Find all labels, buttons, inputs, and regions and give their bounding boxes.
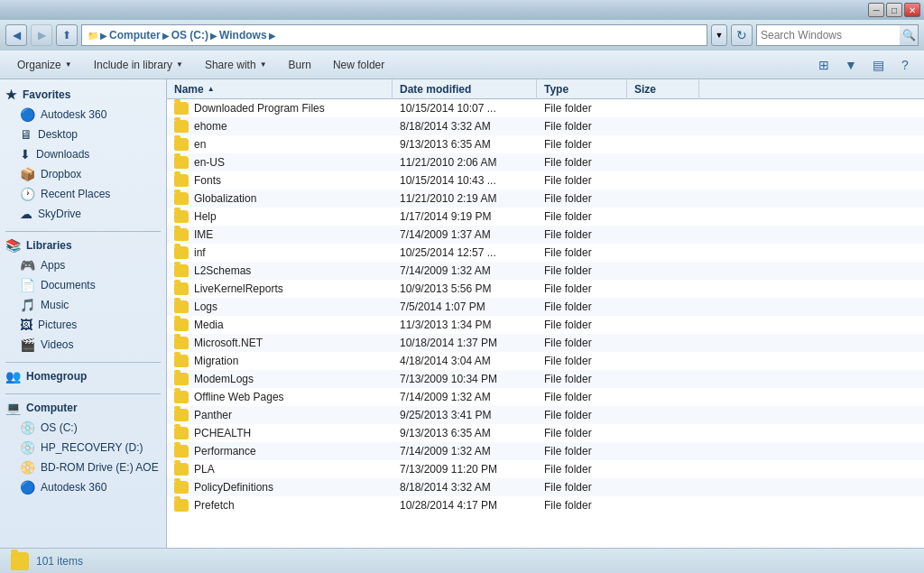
favorites-header[interactable]: ★ Favorites: [0, 85, 166, 105]
file-date-cell: 9/25/2013 3:41 PM: [393, 406, 537, 424]
sidebar-item-recent[interactable]: 🕐 Recent Places: [0, 184, 166, 204]
computer-icon: 💻: [5, 401, 21, 415]
table-row[interactable]: PCHEALTH 9/13/2013 6:35 AM File folder: [167, 424, 924, 442]
col-name-header[interactable]: Name ▲: [167, 79, 393, 99]
recent-label: Recent Places: [41, 188, 110, 200]
minimize-button[interactable]: ─: [868, 3, 884, 17]
table-row[interactable]: Logs 7/5/2014 1:07 PM File folder: [167, 298, 924, 316]
table-row[interactable]: Downloaded Program Files 10/15/2014 10:0…: [167, 99, 924, 117]
col-type-header[interactable]: Type: [537, 79, 627, 99]
share-with-button[interactable]: Share with ▼: [195, 53, 277, 77]
documents-label: Documents: [41, 279, 96, 291]
views-dropdown[interactable]: ▼: [839, 53, 863, 77]
favorites-label: Favorites: [23, 88, 70, 101]
burn-label: Burn: [289, 59, 311, 71]
table-row[interactable]: Offline Web Pages 7/14/2009 1:32 AM File…: [167, 388, 924, 406]
file-type-cell: File folder: [537, 478, 627, 496]
sidebar-item-downloads[interactable]: ⬇ Downloads: [0, 144, 166, 164]
file-size-cell: [627, 460, 699, 478]
share-arrow: ▼: [260, 60, 267, 69]
table-row[interactable]: LiveKernelReports 10/9/2013 5:56 PM File…: [167, 280, 924, 298]
sidebar-item-autodesk[interactable]: 🔵 Autodesk 360: [0, 105, 166, 125]
folder-icon: [174, 102, 189, 115]
up-button[interactable]: ⬆: [56, 24, 78, 46]
file-date-cell: 8/18/2014 3:32 AM: [393, 478, 537, 496]
sidebar-item-pictures[interactable]: 🖼 Pictures: [0, 315, 166, 335]
folder-icon: [174, 246, 189, 259]
file-name: IME: [194, 228, 213, 241]
file-type-cell: File folder: [537, 316, 627, 334]
table-row[interactable]: inf 10/25/2014 12:57 ... File folder: [167, 244, 924, 262]
search-input[interactable]: [757, 29, 900, 42]
table-row[interactable]: Migration 4/18/2014 3:04 AM File folder: [167, 352, 924, 370]
file-date-cell: 10/25/2014 12:57 ...: [393, 244, 537, 262]
sidebar-item-desktop[interactable]: 🖥 Desktop: [0, 125, 166, 144]
homegroup-header[interactable]: 👥 Homegroup: [0, 366, 166, 386]
osc-icon: 💿: [20, 421, 35, 435]
address-path[interactable]: 📁 ▶ Computer ▶ OS (C:) ▶ Windows ▶: [81, 24, 707, 46]
sidebar-item-apps[interactable]: 🎮 Apps: [0, 255, 166, 275]
sidebar-item-documents[interactable]: 📄 Documents: [0, 275, 166, 295]
maximize-button[interactable]: □: [886, 3, 902, 17]
close-button[interactable]: ✕: [904, 3, 920, 17]
file-size-cell: [627, 316, 699, 334]
table-row[interactable]: Performance 7/14/2009 1:32 AM File folde…: [167, 442, 924, 460]
file-name-cell: Media: [167, 316, 393, 334]
file-name: Migration: [194, 355, 238, 367]
sidebar-item-recovery[interactable]: 💿 HP_RECOVERY (D:): [0, 438, 166, 457]
col-size-header[interactable]: Size: [627, 79, 699, 99]
sidebar-item-videos[interactable]: 🎬 Videos: [0, 335, 166, 355]
path-folder[interactable]: Windows: [219, 29, 267, 42]
new-folder-button[interactable]: New folder: [323, 53, 394, 77]
forward-button[interactable]: ▶: [31, 24, 52, 46]
path-sep-4: ▶: [269, 31, 276, 41]
sidebar-item-dropbox[interactable]: 📦 Dropbox: [0, 164, 166, 184]
file-date-cell: 10/18/2014 1:37 PM: [393, 334, 537, 352]
file-name-cell: Fonts: [167, 171, 393, 189]
table-row[interactable]: Panther 9/25/2013 3:41 PM File folder: [167, 406, 924, 424]
table-row[interactable]: Globalization 11/21/2010 2:19 AM File fo…: [167, 189, 924, 208]
sidebar-item-autodesk2[interactable]: 🔵 Autodesk 360: [0, 477, 166, 497]
file-size-cell: [627, 189, 699, 208]
file-name: Microsoft.NET: [194, 337, 263, 349]
sidebar-item-osc[interactable]: 💿 OS (C:): [0, 418, 166, 438]
file-date-cell: 10/28/2014 4:17 PM: [393, 496, 537, 514]
table-row[interactable]: ehome 8/18/2014 3:32 AM File folder: [167, 117, 924, 135]
file-size-cell: [627, 171, 699, 189]
music-icon: 🎵: [20, 298, 35, 312]
path-computer[interactable]: Computer: [109, 29, 161, 42]
sidebar-item-music[interactable]: 🎵 Music: [0, 295, 166, 315]
views-button[interactable]: ⊞: [812, 53, 836, 77]
table-row[interactable]: Media 11/3/2013 1:34 PM File folder: [167, 316, 924, 334]
preview-button[interactable]: ▤: [866, 53, 890, 77]
table-row[interactable]: en 9/13/2013 6:35 AM File folder: [167, 135, 924, 153]
table-row[interactable]: L2Schemas 7/14/2009 1:32 AM File folder: [167, 262, 924, 280]
table-row[interactable]: en-US 11/21/2010 2:06 AM File folder: [167, 153, 924, 171]
include-library-button[interactable]: Include in library ▼: [84, 53, 193, 77]
autodesk-label: Autodesk 360: [41, 108, 106, 121]
col-date-header[interactable]: Date modified: [393, 79, 537, 99]
table-row[interactable]: Prefetch 10/28/2014 4:17 PM File folder: [167, 496, 924, 514]
sidebar-item-skydrive[interactable]: ☁ SkyDrive: [0, 204, 166, 224]
computer-header[interactable]: 💻 Computer: [0, 398, 166, 418]
table-row[interactable]: PolicyDefinitions 8/18/2014 3:32 AM File…: [167, 478, 924, 496]
homegroup-label: Homegroup: [26, 370, 87, 383]
table-row[interactable]: Fonts 10/15/2014 10:43 ... File folder: [167, 171, 924, 189]
address-dropdown[interactable]: ▼: [711, 24, 727, 46]
table-row[interactable]: Help 1/17/2014 9:19 PM File folder: [167, 208, 924, 226]
table-row[interactable]: PLA 7/13/2009 11:20 PM File folder: [167, 460, 924, 478]
path-drive[interactable]: OS (C:): [171, 29, 208, 42]
libraries-header[interactable]: 📚 Libraries: [0, 236, 166, 255]
search-icon[interactable]: 🔍: [900, 25, 918, 45]
folder-icon: [174, 445, 189, 457]
table-row[interactable]: ModemLogs 7/13/2009 10:34 PM File folder: [167, 370, 924, 388]
table-row[interactable]: Microsoft.NET 10/18/2014 1:37 PM File fo…: [167, 334, 924, 352]
refresh-button[interactable]: ↻: [731, 24, 753, 46]
burn-button[interactable]: Burn: [279, 53, 321, 77]
table-row[interactable]: IME 7/14/2009 1:37 AM File folder: [167, 226, 924, 244]
sidebar-item-bdrom[interactable]: 📀 BD-ROM Drive (E:) AOE: [0, 457, 166, 477]
file-name: Panther: [194, 409, 232, 421]
back-button[interactable]: ◀: [5, 24, 27, 46]
organize-button[interactable]: Organize ▼: [7, 53, 82, 77]
help-button[interactable]: ?: [893, 53, 917, 77]
